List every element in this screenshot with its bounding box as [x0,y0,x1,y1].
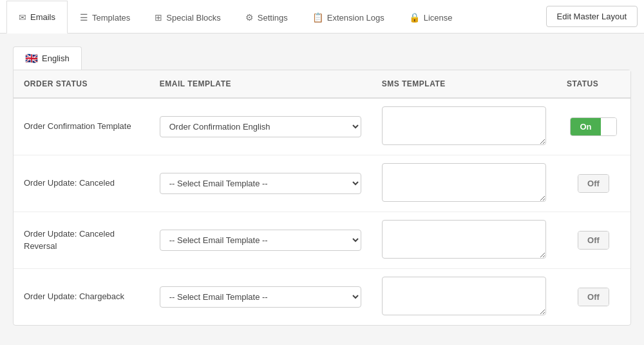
tab-extension-logs[interactable]: 📋 Extension Logs [300,1,397,34]
tab-templates[interactable]: ☰ Templates [68,1,142,34]
emails-icon: ✉ [19,12,26,23]
toggle-off-label[interactable]: Off [578,175,609,192]
lang-tab-english[interactable]: 🇬🇧 English [13,46,82,70]
email-template-select-2[interactable]: -- Select Email Template -- Order Confir… [160,230,361,251]
order-status-label: Order Confirmation Template [24,121,131,131]
lang-tab-label: English [42,54,70,63]
email-template-select-3[interactable]: -- Select Email Template -- Order Confir… [160,286,361,308]
sms-template-textarea-3[interactable] [382,277,546,315]
col-header-email-template: EMAIL TEMPLATE [149,70,372,98]
tab-templates-label: Templates [92,13,130,23]
tab-extension-logs-label: Extension Logs [327,13,384,23]
main-content: 🇬🇧 English ORDER STATUS EMAIL TEMPLATE S… [0,34,644,339]
tab-settings[interactable]: ⚙ Settings [233,1,300,34]
status-toggle-2[interactable]: Off [578,231,609,250]
order-status-label: Order Update: Canceled [24,178,115,188]
status-toggle-3[interactable]: Off [578,288,609,306]
flag-icon: 🇬🇧 [25,52,38,64]
language-tabs: 🇬🇧 English [13,46,631,70]
table-row: Order Update: Chargeback -- Select Email… [14,269,630,326]
col-header-status: STATUS [556,70,630,98]
status-toggle-1[interactable]: Off [578,174,609,193]
special-blocks-icon: ⊞ [155,12,162,23]
sms-template-textarea-1[interactable] [382,163,546,202]
table-row: Order Update: Canceled -- Select Email T… [14,155,630,212]
table-row: Order Update: Canceled Reversal -- Selec… [14,212,630,269]
tab-special-blocks-label: Special Blocks [166,13,221,23]
extension-logs-icon: 📋 [312,12,323,23]
toggle-on-label[interactable]: On [571,118,600,135]
table-header-row: ORDER STATUS EMAIL TEMPLATE SMS TEMPLATE… [14,70,630,98]
tab-special-blocks[interactable]: ⊞ Special Blocks [142,1,233,34]
email-template-select-1[interactable]: -- Select Email Template -- Order Confir… [160,173,361,194]
templates-icon: ☰ [80,12,88,23]
tab-emails[interactable]: ✉ Emails [6,1,68,34]
tab-settings-label: Settings [258,13,288,23]
email-template-select-0[interactable]: Order Confirmation English -- Select Ema… [160,116,361,137]
edit-master-layout-button[interactable]: Edit Master Layout [546,6,638,27]
settings-icon: ⚙ [245,12,254,23]
tab-emails-label: Emails [30,12,55,22]
tab-license[interactable]: 🔒 License [397,1,465,34]
order-status-label: Order Update: Canceled Reversal [24,229,115,250]
toggle-off-label[interactable]: Off [578,288,609,306]
table-container: ORDER STATUS EMAIL TEMPLATE SMS TEMPLATE… [13,70,631,326]
col-header-sms-template: SMS TEMPLATE [372,70,556,98]
tab-license-label: License [424,13,453,23]
sms-template-textarea-0[interactable] [382,106,546,145]
toggle-off-label[interactable]: Off [578,232,609,249]
table-row: Order Confirmation Template Order Confir… [14,98,630,155]
col-header-order-status: ORDER STATUS [14,70,149,98]
status-toggle-0[interactable]: On [570,117,616,136]
sms-template-textarea-2[interactable] [382,220,546,259]
toggle-off-indicator [601,118,616,135]
email-config-table: ORDER STATUS EMAIL TEMPLATE SMS TEMPLATE… [14,70,630,325]
license-icon: 🔒 [409,12,420,23]
tab-bar: ✉ Emails ☰ Templates ⊞ Special Blocks ⚙ … [0,0,644,34]
order-status-label: Order Update: Chargeback [24,291,124,301]
